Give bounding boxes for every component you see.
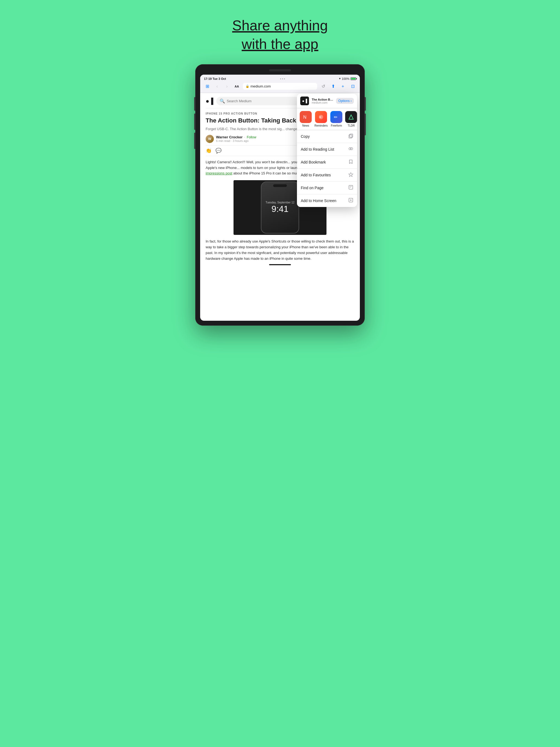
reading-list-icon	[348, 146, 353, 152]
search-icon: 🔍	[220, 98, 225, 104]
author-meta: 6 min read · 3 hours ago	[216, 139, 256, 143]
lock-icon: 🔒	[246, 84, 249, 88]
add-to-home-screen-label: Add to Home Screen	[301, 199, 336, 203]
forward-button[interactable]: ›	[223, 83, 231, 90]
svg-rect-7	[350, 134, 353, 137]
iphone-date: Tuesday, September 12	[265, 201, 295, 204]
share-app-tldr[interactable]: TLDR	[345, 111, 357, 127]
battery-icon	[351, 77, 356, 80]
svg-text:N: N	[303, 115, 307, 120]
share-menu-reading-list[interactable]: Add to Reading List	[297, 143, 357, 156]
svg-marker-10	[349, 173, 353, 177]
url-text: medium.com	[251, 84, 271, 88]
share-button[interactable]: ⬆	[329, 83, 337, 90]
author-name: Warner Crocker	[216, 135, 243, 139]
reminders-app-icon: ≡	[315, 111, 327, 123]
svg-point-9	[351, 148, 353, 150]
tablet-side-left2	[194, 113, 195, 130]
share-site-title: The Action Button: Taking Back Y...	[312, 98, 333, 101]
tablet-side-left3	[194, 133, 195, 149]
options-button[interactable]: Options ›	[336, 98, 354, 104]
svg-rect-6	[349, 135, 352, 138]
favourites-label: Add to Favourites	[301, 173, 331, 177]
status-right: ▾ 100%	[339, 77, 356, 80]
new-tab-button[interactable]: +	[339, 83, 347, 90]
copy-icon	[348, 133, 353, 139]
tablet-side-left	[194, 97, 195, 111]
share-site-domain: medium.com	[312, 101, 333, 104]
reading-list-label: Add to Reading List	[301, 147, 334, 152]
battery-text: 100%	[342, 77, 350, 80]
tabs-button[interactable]: ⊡	[349, 83, 357, 90]
bookmark-icon	[348, 159, 353, 165]
tablet-side-right2	[365, 113, 366, 135]
share-menu-find-on-page[interactable]: Find on Page	[297, 182, 357, 195]
status-center: • • •	[280, 77, 285, 80]
svg-marker-5	[349, 115, 353, 119]
tablet-camera	[269, 69, 291, 71]
iphone-screen-content: Tuesday, September 12 9:41	[265, 201, 295, 214]
sidebar-button[interactable]: ⊞	[203, 83, 211, 90]
share-menu-copy[interactable]: Copy	[297, 130, 357, 143]
share-menu-home-screen[interactable]: Add to Home Screen	[297, 195, 357, 207]
author-name-row: Warner Crocker · Follow	[216, 135, 256, 139]
share-app-freeform[interactable]: ✏ Freeform	[330, 111, 342, 127]
wifi-icon: ▾	[339, 77, 341, 80]
share-app-reminders[interactable]: ≡ Reminders	[314, 111, 328, 127]
author-avatar: W	[206, 135, 214, 143]
scroll-indicator	[269, 264, 291, 265]
article-body2: In fact, for those who already use Apple…	[206, 239, 354, 261]
clap-button[interactable]: 👏	[206, 148, 212, 154]
tablet-side-right	[365, 97, 366, 111]
comment-button[interactable]: 💬	[215, 148, 222, 154]
find-on-page-label: Find on Page	[301, 186, 324, 190]
tldr-app-label: TLDR	[348, 124, 355, 127]
iphone-notch	[273, 184, 287, 187]
headline-line2: with the app	[242, 36, 318, 52]
medium-logo: ●▐	[206, 98, 213, 105]
news-app-label: News	[302, 124, 309, 127]
share-menu-favourites[interactable]: Add to Favourites	[297, 169, 357, 182]
safari-toolbar: ⊞ ‹ › AA 🔒 medium.com ↺ ⬆ + ⊡	[203, 81, 357, 91]
reader-button[interactable]: AA	[233, 84, 240, 89]
freeform-app-label: Freeform	[331, 124, 342, 127]
author-info: Warner Crocker · Follow 6 min read · 3 h…	[216, 135, 256, 143]
svg-text:≡: ≡	[319, 115, 321, 119]
favourites-icon	[348, 172, 353, 178]
headline-underlined: anything	[274, 18, 328, 33]
safari-chrome: 17:19 Tue 3 Oct • • • ▾ 100% ⊞ ‹ › AA 🔒 …	[200, 75, 360, 93]
share-apps-row: N News ≡ Reminders ✏ Freeform	[297, 108, 357, 130]
reminders-app-label: Reminders	[314, 124, 328, 127]
copy-label: Copy	[301, 134, 310, 138]
url-bar[interactable]: 🔒 medium.com	[243, 83, 317, 90]
share-menu-items-list: Copy Add to Reading List Add Bookmark	[297, 130, 357, 207]
add-to-home-screen-icon	[348, 198, 353, 204]
status-time: 17:19 Tue 3 Oct	[204, 77, 226, 80]
iphone-time: 9:41	[265, 204, 295, 214]
share-site-info: The Action Button: Taking Back Y... medi…	[312, 98, 333, 104]
share-app-news[interactable]: N News	[300, 111, 312, 127]
share-site-icon: ●▐	[300, 97, 309, 105]
iphone-mockup: Tuesday, September 12 9:41	[261, 182, 299, 233]
news-app-icon: N	[300, 111, 312, 123]
status-bar: 17:19 Tue 3 Oct • • • ▾ 100%	[203, 76, 357, 81]
add-bookmark-label: Add Bookmark	[301, 160, 326, 164]
author-dot: ·	[244, 135, 245, 139]
headline: Share anything with the app	[232, 17, 328, 53]
back-button[interactable]: ‹	[213, 83, 221, 90]
tldr-app-icon	[345, 111, 357, 123]
svg-text:✏: ✏	[334, 115, 338, 120]
tablet-wrapper: 17:19 Tue 3 Oct • • • ▾ 100% ⊞ ‹ › AA 🔒 …	[195, 64, 365, 326]
share-menu-bookmark[interactable]: Add Bookmark	[297, 156, 357, 169]
freeform-app-icon: ✏	[330, 111, 342, 123]
find-on-page-icon	[348, 185, 353, 191]
headline-line1: Share	[232, 18, 274, 33]
share-sheet-header: ●▐ The Action Button: Taking Back Y... m…	[297, 94, 357, 108]
share-sheet: ●▐ The Action Button: Taking Back Y... m…	[297, 94, 357, 207]
tablet-screen: 17:19 Tue 3 Oct • • • ▾ 100% ⊞ ‹ › AA 🔒 …	[200, 75, 360, 321]
reload-button[interactable]: ↺	[320, 83, 327, 90]
author-follow-button[interactable]: Follow	[247, 135, 256, 139]
